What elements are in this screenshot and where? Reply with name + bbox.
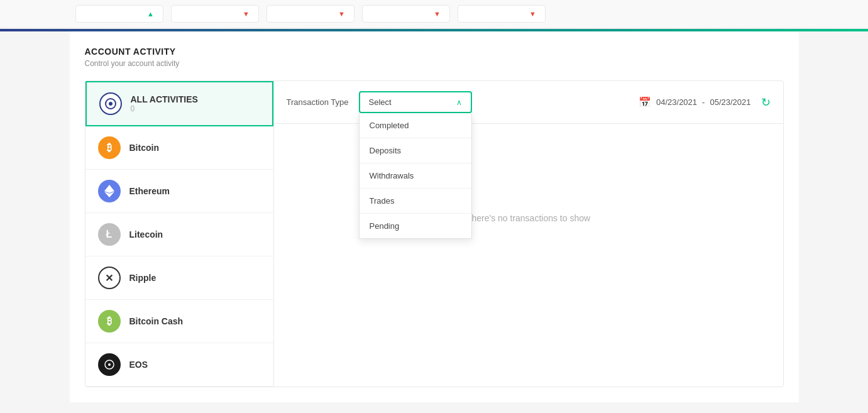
right-panel: Transaction Type Select ∧ Completed Depo…	[274, 81, 783, 387]
top-card-2: ▼	[171, 5, 259, 23]
no-data-panel: There's no transactions to show	[274, 124, 783, 312]
dropdown-item-pending[interactable]: Pending	[360, 214, 471, 238]
sidebar-item-ethereum[interactable]: Ethereum	[85, 170, 273, 213]
sidebar-item-info-ethereum: Ethereum	[129, 186, 170, 196]
dropdown-item-trades[interactable]: Trades	[360, 189, 471, 214]
sidebar-item-litecoin[interactable]: Ł Litecoin	[85, 213, 273, 256]
sidebar-item-bitcoin-cash[interactable]: ₿ Bitcoin Cash	[85, 300, 273, 343]
sidebar-item-info-eos: EOS	[129, 360, 148, 370]
trend-up-icon-1: ▲	[147, 10, 154, 18]
date-filter: 📅 04/23/2021 - 05/23/2021 ↻	[639, 96, 771, 109]
all-activities-count: 0	[131, 104, 198, 113]
sidebar-item-info-litecoin: Litecoin	[129, 229, 163, 240]
transaction-type-label: Transaction Type	[287, 97, 349, 107]
bitcoin-label: Bitcoin	[129, 143, 159, 153]
svg-marker-2	[104, 185, 114, 193]
litecoin-label: Litecoin	[129, 229, 163, 240]
section-subtitle: Control your account activity	[85, 59, 784, 68]
date-to: 05/23/2021	[710, 97, 750, 107]
ripple-icon: ✕	[98, 267, 121, 289]
eos-icon	[98, 353, 121, 376]
trend-down-icon-4: ▼	[434, 10, 441, 18]
no-data-message: There's no transactions to show	[466, 213, 590, 223]
sidebar-item-info-bitcoin-cash: Bitcoin Cash	[129, 316, 184, 326]
sidebar-item-info-bitcoin: Bitcoin	[129, 143, 159, 153]
top-card-3: ▼	[266, 5, 354, 23]
svg-point-1	[109, 102, 113, 106]
main-container: ACCOUNT ACTIVITY Control your account ac…	[70, 31, 799, 402]
top-card-1: ▲	[75, 5, 163, 23]
bitcoin-cash-icon: ₿	[98, 310, 121, 333]
sidebar: ALL ACTIVITIES 0 ₿ Bitcoin Eth	[85, 81, 274, 387]
bitcoin-cash-label: Bitcoin Cash	[129, 316, 184, 326]
all-activities-icon	[99, 92, 122, 115]
sidebar-item-info-ripple: Ripple	[129, 273, 157, 283]
top-card-4: ▼	[362, 5, 450, 23]
calendar-icon[interactable]: 📅	[639, 96, 651, 108]
all-activities-label: ALL ACTIVITIES	[131, 94, 198, 104]
transaction-type-select-wrapper: Select ∧ Completed Deposits Withdrawals …	[359, 91, 472, 113]
refresh-icon[interactable]: ↻	[761, 96, 771, 109]
content-layout: ALL ACTIVITIES 0 ₿ Bitcoin Eth	[85, 80, 784, 387]
dropdown-item-deposits[interactable]: Deposits	[360, 138, 471, 163]
sidebar-item-bitcoin[interactable]: ₿ Bitcoin	[85, 126, 273, 170]
sidebar-item-info-all: ALL ACTIVITIES 0	[131, 94, 198, 113]
svg-point-5	[108, 363, 111, 366]
trend-down-icon-5: ▼	[529, 10, 536, 18]
sidebar-item-all[interactable]: ALL ACTIVITIES 0	[85, 81, 273, 126]
section-title: ACCOUNT ACTIVITY	[85, 47, 784, 57]
bitcoin-icon: ₿	[98, 136, 121, 159]
filter-bar: Transaction Type Select ∧ Completed Depo…	[274, 81, 783, 124]
trend-down-icon-3: ▼	[338, 10, 345, 18]
trend-down-icon-2: ▼	[243, 10, 250, 18]
sidebar-item-eos[interactable]: EOS	[85, 343, 273, 387]
transaction-type-dropdown: Completed Deposits Withdrawals Trades Pe…	[359, 113, 472, 239]
ripple-label: Ripple	[129, 273, 157, 283]
transaction-type-select[interactable]: Select ∧	[359, 91, 472, 113]
select-value: Select	[369, 97, 392, 107]
sidebar-item-ripple[interactable]: ✕ Ripple	[85, 256, 273, 300]
top-card-5: ▼	[458, 5, 546, 23]
ethereum-icon	[98, 180, 121, 202]
dropdown-item-withdrawals[interactable]: Withdrawals	[360, 163, 471, 189]
eos-label: EOS	[129, 360, 148, 370]
date-separator: -	[702, 97, 705, 107]
date-from: 04/23/2021	[656, 97, 697, 107]
litecoin-icon: Ł	[98, 223, 121, 246]
chevron-up-icon: ∧	[456, 98, 462, 107]
top-cards-strip: ▲ ▼ ▼ ▼ ▼	[0, 0, 868, 29]
dropdown-item-completed[interactable]: Completed	[360, 113, 471, 138]
ethereum-label: Ethereum	[129, 186, 170, 196]
